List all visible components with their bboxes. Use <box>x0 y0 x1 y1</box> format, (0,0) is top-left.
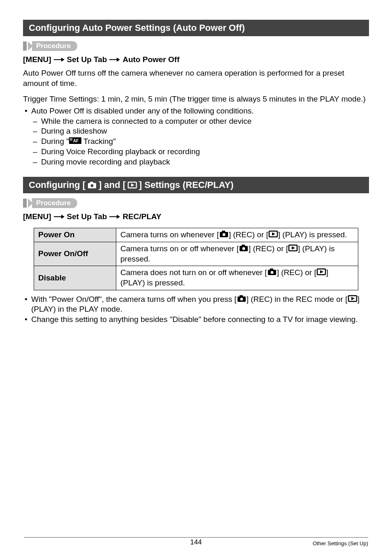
bullet-text: Auto Power Off is disabled under any of … <box>31 107 254 115</box>
list-item: During " Tracking" <box>31 137 369 147</box>
play-icon <box>348 294 357 303</box>
text-fragment: Camera does not turn on or off whenever … <box>120 268 267 277</box>
menu-path-1: Set Up Tab <box>67 55 107 64</box>
list-item: During movie recording and playback <box>31 157 369 167</box>
tracking-icon <box>69 137 81 145</box>
camera-icon <box>237 294 247 303</box>
camera-icon <box>239 244 249 252</box>
camera-icon <box>267 268 277 276</box>
table-row: Power On Camera turns on whenever [] (RE… <box>34 228 358 242</box>
menu-path: [MENU] Set Up Tab Auto Power Off <box>23 55 369 64</box>
text-fragment: Tracking" <box>81 137 116 146</box>
list-item: While the camera is connected to a compu… <box>31 116 369 127</box>
play-icon <box>288 244 298 252</box>
list-item: With "Power On/Off", the camera turns of… <box>23 294 369 315</box>
arrow-icon <box>109 214 120 220</box>
procedure-label-row: Procedure <box>23 198 369 208</box>
option-label: Disable <box>34 266 116 290</box>
section-heading-rec-play: Configuring [] and [] Settings (REC/PLAY… <box>23 177 369 193</box>
table-row: Disable Camera does not turn on or off w… <box>34 266 358 290</box>
option-label: Power On <box>34 228 116 242</box>
section-heading-auto-power: Configuring Auto Power Settings (Auto Po… <box>23 20 369 36</box>
list-item: Change this setting to anything besides … <box>23 315 369 325</box>
option-desc: Camera turns on whenever [] (REC) or [] … <box>116 228 358 242</box>
arrow-icon <box>54 57 65 63</box>
page-number: 144 <box>190 538 202 546</box>
menu-path-2: REC/PLAY <box>122 212 161 221</box>
play-icon <box>316 268 326 276</box>
text-fragment: ] (REC) in the REC mode or [ <box>247 295 348 303</box>
option-desc: Camera does not turn on or off whenever … <box>116 266 358 290</box>
play-icon <box>127 181 137 189</box>
text-fragment: ] (REC) or [ <box>229 230 268 239</box>
text-fragment: ] (REC) or [ <box>277 268 316 277</box>
page-footer: 144 Other Settings (Set Up) <box>0 537 392 546</box>
paragraph: Auto Power Off turns off the camera when… <box>23 68 369 88</box>
procedure-pill: Procedure <box>32 198 77 208</box>
menu-token: [MENU] <box>23 55 51 64</box>
text-fragment: ] (PLAY) is pressed. <box>278 230 347 239</box>
camera-icon <box>87 181 97 189</box>
menu-token: [MENU] <box>23 212 51 221</box>
heading-text-c: ] Settings (REC/PLAY) <box>139 180 233 190</box>
text-fragment: ] (REC) or [ <box>249 244 288 253</box>
list-item: During a slideshow <box>31 126 369 137</box>
menu-path: [MENU] Set Up Tab REC/PLAY <box>23 212 369 221</box>
arrow-icon <box>109 57 120 63</box>
list-item: During Voice Recording playback or recor… <box>31 147 369 157</box>
footer-section-label: Other Settings (Set Up) <box>313 540 368 546</box>
dash-list: While the camera is connected to a compu… <box>31 116 369 167</box>
table-row: Power On/Off Camera turns on or off when… <box>34 242 358 266</box>
procedure-label-row: Procedure <box>23 41 369 51</box>
menu-path-1: Set Up Tab <box>67 212 107 221</box>
procedure-pill: Procedure <box>32 41 77 51</box>
options-table: Power On Camera turns on whenever [] (RE… <box>34 228 358 290</box>
arrow-icon <box>54 214 65 220</box>
text-fragment: Camera turns on or off whenever [ <box>120 244 239 253</box>
text-fragment: Camera turns on whenever [ <box>120 230 219 239</box>
paragraph: Trigger Time Settings: 1 min, 2 min, 5 m… <box>23 94 369 104</box>
heading-text-a: Configuring [ <box>29 180 85 190</box>
heading-text-b: ] and [ <box>99 180 126 190</box>
heading-text: Configuring Auto Power Settings (Auto Po… <box>29 23 245 33</box>
option-desc: Camera turns on or off whenever [] (REC)… <box>116 242 358 266</box>
procedure-marker <box>23 42 27 51</box>
play-icon <box>268 230 278 238</box>
text-fragment: With "Power On/Off", the camera turns of… <box>31 295 237 303</box>
option-label: Power On/Off <box>34 242 116 266</box>
text-fragment: During " <box>41 137 69 146</box>
notes-list: With "Power On/Off", the camera turns of… <box>23 294 369 325</box>
bullet-list: Auto Power Off is disabled under any of … <box>23 106 369 167</box>
camera-icon <box>219 230 229 238</box>
procedure-marker <box>23 199 27 208</box>
menu-path-2: Auto Power Off <box>122 55 179 64</box>
list-item: Auto Power Off is disabled under any of … <box>23 106 369 167</box>
